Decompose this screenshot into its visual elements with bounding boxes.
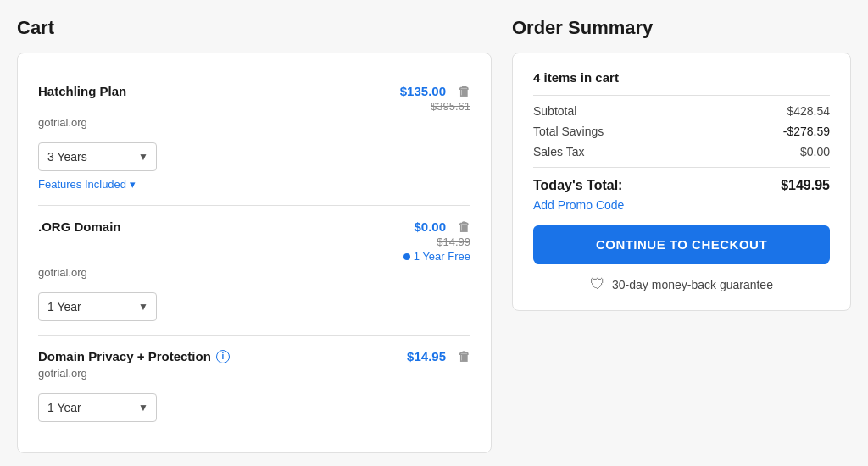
tax-row: Sales Tax $0.00 [533,145,830,158]
subtotal-value: $428.54 [787,104,830,118]
org-domain-badge: 1 Year Free [403,250,470,263]
item-name-hatchling: Hatchling Plan [38,84,126,98]
chevron-down-icon: ▾ [130,178,136,191]
savings-value: -$278.59 [783,125,830,138]
cart-item-hatchling: Hatchling Plan $135.00 🗑 $395.61 gotrial… [38,70,470,206]
cart-title: Cart [17,17,492,39]
domain-privacy-domain: gotrial.org [38,367,470,380]
item-name-domain-privacy: Domain Privacy + Protection i [38,349,230,363]
domain-privacy-delete-icon[interactable]: 🗑 [458,349,470,363]
promo-code-link[interactable]: Add Promo Code [533,198,830,212]
hatchling-year-select-wrapper: 1 Year 2 Years 3 Years ▼ [38,142,157,171]
org-domain-year-select-wrapper: 1 Year 2 Years 3 Years ▼ [38,292,157,321]
features-included-link[interactable]: Features Included ▾ [38,178,136,191]
summary-title: Order Summary [512,17,851,39]
guarantee-label: 30-day money-back guarantee [612,278,773,291]
summary-divider-bottom [533,167,830,168]
org-domain-price: $0.00 [414,219,446,234]
hatchling-price: $135.00 [400,84,446,98]
hatchling-original-price: $395.61 [431,100,470,113]
subtotal-label: Subtotal [533,104,576,118]
savings-label: Total Savings [533,125,604,138]
org-domain-delete-icon[interactable]: 🗑 [458,219,470,234]
guarantee-row: 🛡 30-day money-back guarantee [533,275,830,293]
total-row: Today's Total: $149.95 [533,178,830,193]
price-block-hatchling: $135.00 🗑 $395.61 [400,84,470,113]
subtotal-row: Subtotal $428.54 [533,104,830,118]
guarantee-icon: 🛡 [590,275,605,293]
tag-dot-icon [403,253,410,260]
hatchling-domain: gotrial.org [38,116,470,129]
summary-divider-top [533,95,830,96]
price-block-domain-privacy: $14.95 🗑 [407,349,470,363]
cart-item-org-domain: .ORG Domain $0.00 🗑 $14.99 1 Year Free [38,206,470,336]
item-name-org-domain: .ORG Domain [38,219,121,234]
savings-row: Total Savings -$278.59 [533,125,830,138]
org-domain-year-select[interactable]: 1 Year 2 Years 3 Years [38,292,157,321]
tax-value: $0.00 [800,145,830,158]
cart-box: Hatchling Plan $135.00 🗑 $395.61 gotrial… [17,53,492,453]
items-count: 4 items in cart [533,70,830,85]
total-value: $149.95 [781,178,830,193]
domain-privacy-year-select-wrapper: 1 Year 2 Years 3 Years ▼ [38,393,157,422]
price-block-org-domain: $0.00 🗑 $14.99 1 Year Free [403,219,470,263]
hatchling-year-select[interactable]: 1 Year 2 Years 3 Years [38,142,157,171]
domain-privacy-year-select[interactable]: 1 Year 2 Years 3 Years [38,393,157,422]
org-domain-original-price: $14.99 [437,236,470,248]
privacy-info-icon[interactable]: i [216,350,230,363]
org-domain-domain: gotrial.org [38,266,470,279]
summary-box: 4 items in cart Subtotal $428.54 Total S… [512,53,851,311]
domain-privacy-price: $14.95 [407,349,446,363]
checkout-button[interactable]: CONTINUE TO CHECKOUT [533,225,830,264]
hatchling-delete-icon[interactable]: 🗑 [458,84,470,98]
total-label: Today's Total: [533,178,622,193]
cart-item-domain-privacy: Domain Privacy + Protection i $14.95 🗑 g… [38,336,470,435]
tax-label: Sales Tax [533,145,584,158]
